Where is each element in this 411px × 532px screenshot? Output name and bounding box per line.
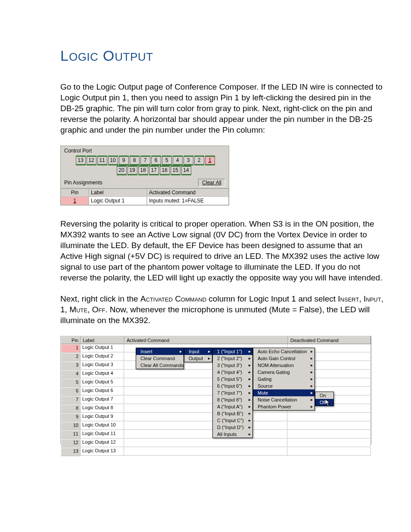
menu-item[interactable]: Auto Gain Control xyxy=(253,355,314,362)
cell-pin: 10 xyxy=(61,422,81,430)
cell-deactivated[interactable] xyxy=(287,439,371,447)
cell-activated[interactable] xyxy=(124,413,287,421)
menu-item[interactable]: 6 ("Input 6") xyxy=(213,383,252,389)
menu-item[interactable]: C ("Input C") xyxy=(213,417,252,424)
db25-bottom-row: 20191817161514 xyxy=(64,165,226,175)
db25-pin[interactable]: 18 xyxy=(138,165,148,175)
menu-item[interactable]: Gating xyxy=(253,376,314,383)
menu-item[interactable]: Input xyxy=(184,348,212,355)
db25-pin[interactable]: 9 xyxy=(119,156,129,165)
cell-label: Logic Output 5 xyxy=(81,379,124,387)
cell-deactivated[interactable] xyxy=(287,413,371,421)
cell-pin: 11 xyxy=(61,430,81,439)
cell-label: Logic Output 2 xyxy=(81,353,124,361)
table-row[interactable]: 1 Logic Output 1 Inputs muted: 1=FALSE xyxy=(61,197,229,205)
menu-item[interactable]: 5 ("Input 5") xyxy=(213,376,252,383)
cell-pin: 1 xyxy=(61,197,89,205)
cell-label: Logic Output 6 xyxy=(81,387,124,395)
db25-pin[interactable]: 3 xyxy=(184,156,193,165)
db25-pin[interactable]: 11 xyxy=(97,156,107,165)
context-menu-params[interactable]: Auto Echo CancellationAuto Gain ControlN… xyxy=(253,348,315,411)
menu-item[interactable]: 2 ("Input 2") xyxy=(213,355,252,362)
context-menu-inputs[interactable]: 1 ("Input 1")2 ("Input 2")3 ("Input 3")4… xyxy=(212,348,253,438)
cell-label: Logic Output 11 xyxy=(81,430,124,439)
table-header-row: Pin Label Activated Command Deactivated … xyxy=(61,336,371,344)
cell-label: Logic Output 7 xyxy=(81,396,124,404)
paragraph: Reversing the polarity is critical to pr… xyxy=(60,218,385,283)
db25-pin[interactable]: 1 xyxy=(205,156,215,165)
menu-item[interactable]: Noise Cancellation xyxy=(253,396,314,403)
menu-item[interactable]: Clear Command xyxy=(136,355,184,362)
col-header-activated: Activated Command xyxy=(125,336,288,344)
menu-item[interactable]: 8 ("Input 8") xyxy=(213,396,252,403)
db25-pin[interactable]: 7 xyxy=(140,156,150,165)
cell-deactivated[interactable] xyxy=(287,448,371,456)
db25-pin[interactable]: 17 xyxy=(149,165,159,175)
cell-deactivated[interactable] xyxy=(287,422,371,430)
cursor-icon xyxy=(325,399,332,406)
col-header-pin: Pin xyxy=(61,336,81,344)
db25-pin[interactable]: 19 xyxy=(128,165,137,175)
cell-activated[interactable] xyxy=(124,439,287,447)
db25-pin[interactable]: 15 xyxy=(171,165,181,175)
menu-item[interactable]: All Inputs xyxy=(213,431,252,438)
cell-pin: 2 xyxy=(61,353,81,361)
cell-pin: 1 xyxy=(61,344,81,353)
db25-pin[interactable]: 16 xyxy=(160,165,170,175)
cell-pin: 12 xyxy=(61,439,81,448)
cell-label: Logic Output 8 xyxy=(81,404,124,413)
cell-label: Logic Output 1 xyxy=(89,197,147,205)
cell-label: Logic Output 1 xyxy=(81,344,124,352)
menu-item[interactable]: Clear All Commands xyxy=(136,362,184,369)
table-row[interactable]: 12Logic Output 12 xyxy=(61,439,371,448)
menu-item[interactable]: Source xyxy=(253,383,314,389)
cell-activated[interactable] xyxy=(124,422,287,430)
menu-item[interactable]: Insert xyxy=(136,348,184,355)
control-port-title: Control Port xyxy=(64,148,226,154)
db25-pin[interactable]: 4 xyxy=(173,156,183,165)
clear-all-button[interactable]: Clear All xyxy=(198,179,225,187)
menu-item[interactable]: Mute xyxy=(253,389,314,396)
db25-pin[interactable]: 10 xyxy=(108,156,118,165)
cell-activated[interactable] xyxy=(124,430,287,439)
menu-item[interactable]: A ("Input A") xyxy=(213,403,252,410)
context-menu-io[interactable]: InputOutput xyxy=(184,348,212,362)
table-row[interactable]: 13Logic Output 13 xyxy=(61,448,371,456)
section-heading: LOGIC OUTPUT xyxy=(60,47,385,64)
db25-pin[interactable]: 8 xyxy=(130,156,140,165)
cell-deactivated[interactable] xyxy=(287,430,371,439)
db25-pin[interactable]: 12 xyxy=(87,156,97,165)
cell-label: Logic Output 4 xyxy=(81,370,124,378)
menu-item[interactable]: Auto Echo Cancellation xyxy=(253,348,314,355)
menu-item[interactable]: 1 ("Input 1") xyxy=(213,348,252,355)
cell-label: Logic Output 3 xyxy=(81,361,124,370)
menu-item[interactable]: 3 ("Input 3") xyxy=(213,362,252,369)
menu-item[interactable]: NOM Attenuation xyxy=(253,362,314,369)
db25-pin[interactable]: 14 xyxy=(181,165,191,175)
col-header-pin: Pin xyxy=(61,189,89,197)
cell-pin: 3 xyxy=(61,361,81,370)
cell-pin: 8 xyxy=(61,404,81,413)
menu-item[interactable]: 4 ("Input 4") xyxy=(213,369,252,376)
menu-item[interactable]: D ("Input D") xyxy=(213,424,252,431)
db25-pin[interactable]: 13 xyxy=(76,156,86,165)
db25-pin[interactable]: 20 xyxy=(117,165,127,175)
db25-pin[interactable]: 5 xyxy=(162,156,172,165)
db25-pin[interactable]: 6 xyxy=(151,156,161,165)
col-header-deactivated: Deactivated Command xyxy=(288,336,371,344)
db25-top-row: 13121110987654321 xyxy=(64,156,226,165)
context-menu-root[interactable]: InsertClear CommandClear All Commands xyxy=(136,348,184,369)
cell-pin: 6 xyxy=(61,387,81,396)
menu-item[interactable]: Output xyxy=(184,355,212,362)
paragraph: Go to the Logic Output page of Conferenc… xyxy=(60,81,385,135)
db25-pin[interactable]: 2 xyxy=(194,156,204,165)
col-header-label: Label xyxy=(89,189,147,197)
cell-pin: 13 xyxy=(61,448,81,456)
pin-assignments-table: Pin Label Activated Command 1 Logic Outp… xyxy=(61,188,229,205)
menu-item[interactable]: Camera Gating xyxy=(253,369,314,376)
menu-item[interactable]: B ("Input B") xyxy=(213,410,252,417)
menu-item[interactable]: 7 ("Input 7") xyxy=(213,389,252,396)
menu-item[interactable]: On xyxy=(315,392,333,399)
menu-item[interactable]: Phantom Power xyxy=(253,403,314,410)
cell-activated[interactable] xyxy=(124,448,287,456)
